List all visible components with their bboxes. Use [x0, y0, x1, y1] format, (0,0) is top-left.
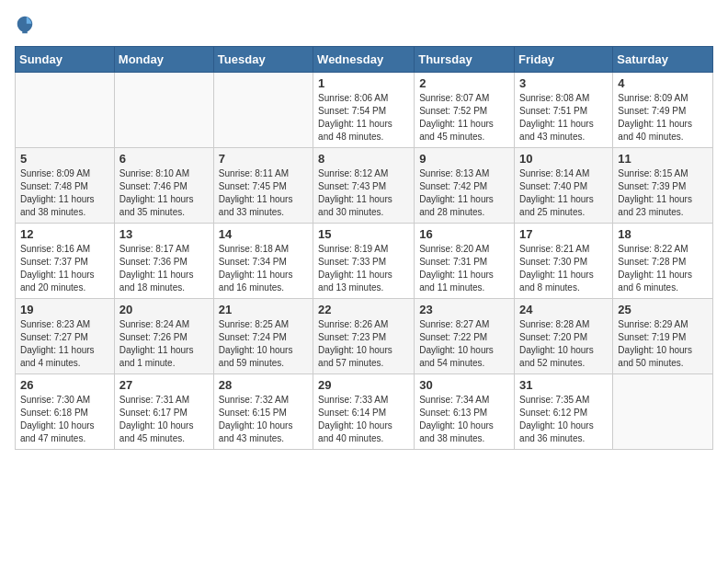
day-number: 26 [20, 378, 109, 392]
calendar-cell: 30Sunrise: 7:34 AM Sunset: 6:13 PM Dayli… [415, 374, 515, 450]
day-info: Sunrise: 7:31 AM Sunset: 6:17 PM Dayligh… [119, 394, 209, 445]
calendar-cell: 31Sunrise: 7:35 AM Sunset: 6:12 PM Dayli… [515, 374, 613, 450]
day-number: 10 [519, 152, 608, 166]
day-info: Sunrise: 8:10 AM Sunset: 7:46 PM Dayligh… [119, 167, 209, 219]
day-info: Sunrise: 8:08 AM Sunset: 7:51 PM Dayligh… [519, 92, 608, 144]
day-number: 21 [219, 303, 308, 316]
day-info: Sunrise: 8:18 AM Sunset: 7:34 PM Dayligh… [219, 243, 308, 294]
day-info: Sunrise: 8:23 AM Sunset: 7:27 PM Dayligh… [20, 318, 109, 370]
day-header-tuesday: Tuesday [213, 47, 313, 73]
day-header-thursday: Thursday [415, 47, 515, 73]
calendar-cell: 18Sunrise: 8:22 AM Sunset: 7:28 PM Dayli… [613, 224, 713, 299]
calendar-cell: 20Sunrise: 8:24 AM Sunset: 7:26 PM Dayli… [114, 299, 213, 374]
day-number: 28 [219, 378, 308, 392]
day-number: 9 [419, 152, 509, 166]
day-info: Sunrise: 8:07 AM Sunset: 7:52 PM Dayligh… [419, 92, 509, 144]
day-number: 14 [219, 227, 308, 241]
day-info: Sunrise: 8:09 AM Sunset: 7:49 PM Dayligh… [618, 92, 708, 144]
calendar-cell: 17Sunrise: 8:21 AM Sunset: 7:30 PM Dayli… [515, 224, 613, 299]
day-info: Sunrise: 8:06 AM Sunset: 7:54 PM Dayligh… [318, 92, 409, 144]
logo-icon [15, 15, 35, 35]
calendar-cell: 3Sunrise: 8:08 AM Sunset: 7:51 PM Daylig… [515, 73, 613, 148]
day-number: 24 [519, 303, 608, 316]
calendar-cell: 1Sunrise: 8:06 AM Sunset: 7:54 PM Daylig… [313, 73, 415, 148]
calendar-cell: 2Sunrise: 8:07 AM Sunset: 7:52 PM Daylig… [415, 73, 515, 148]
day-info: Sunrise: 8:26 AM Sunset: 7:23 PM Dayligh… [318, 318, 409, 370]
day-number: 29 [318, 378, 409, 392]
calendar-cell: 19Sunrise: 8:23 AM Sunset: 7:27 PM Dayli… [16, 299, 115, 374]
day-header-saturday: Saturday [613, 47, 713, 73]
day-number: 6 [119, 152, 209, 166]
calendar-cell [213, 73, 313, 148]
day-info: Sunrise: 8:20 AM Sunset: 7:31 PM Dayligh… [419, 243, 509, 294]
day-number: 3 [519, 76, 608, 90]
calendar-cell: 5Sunrise: 8:09 AM Sunset: 7:48 PM Daylig… [16, 148, 115, 224]
day-number: 4 [618, 76, 708, 90]
day-number: 31 [519, 378, 608, 392]
day-info: Sunrise: 7:32 AM Sunset: 6:15 PM Dayligh… [219, 394, 308, 445]
day-info: Sunrise: 8:22 AM Sunset: 7:28 PM Dayligh… [618, 243, 708, 294]
day-info: Sunrise: 7:34 AM Sunset: 6:13 PM Dayligh… [419, 394, 509, 445]
calendar-cell: 8Sunrise: 8:12 AM Sunset: 7:43 PM Daylig… [313, 148, 415, 224]
day-info: Sunrise: 8:17 AM Sunset: 7:36 PM Dayligh… [119, 243, 209, 294]
day-number: 1 [318, 76, 409, 90]
day-number: 5 [20, 152, 109, 166]
day-info: Sunrise: 8:09 AM Sunset: 7:48 PM Dayligh… [20, 167, 109, 219]
calendar-cell: 12Sunrise: 8:16 AM Sunset: 7:37 PM Dayli… [16, 224, 115, 299]
calendar-cell: 15Sunrise: 8:19 AM Sunset: 7:33 PM Dayli… [313, 224, 415, 299]
calendar-table: SundayMondayTuesdayWednesdayThursdayFrid… [15, 46, 713, 450]
calendar-cell: 14Sunrise: 8:18 AM Sunset: 7:34 PM Dayli… [213, 224, 313, 299]
day-number: 19 [20, 303, 109, 316]
day-info: Sunrise: 8:14 AM Sunset: 7:40 PM Dayligh… [519, 167, 608, 219]
day-info: Sunrise: 7:30 AM Sunset: 6:18 PM Dayligh… [20, 394, 109, 445]
calendar-cell: 25Sunrise: 8:29 AM Sunset: 7:19 PM Dayli… [613, 299, 713, 374]
calendar-cell: 16Sunrise: 8:20 AM Sunset: 7:31 PM Dayli… [415, 224, 515, 299]
calendar-cell: 9Sunrise: 8:13 AM Sunset: 7:42 PM Daylig… [415, 148, 515, 224]
calendar-cell: 22Sunrise: 8:26 AM Sunset: 7:23 PM Dayli… [313, 299, 415, 374]
day-number: 25 [618, 303, 708, 316]
day-info: Sunrise: 8:16 AM Sunset: 7:37 PM Dayligh… [20, 243, 109, 294]
day-number: 16 [419, 227, 509, 241]
day-header-friday: Friday [515, 47, 613, 73]
calendar-cell: 28Sunrise: 7:32 AM Sunset: 6:15 PM Dayli… [213, 374, 313, 450]
calendar-cell: 29Sunrise: 7:33 AM Sunset: 6:14 PM Dayli… [313, 374, 415, 450]
day-info: Sunrise: 8:25 AM Sunset: 7:24 PM Dayligh… [219, 318, 308, 370]
day-number: 11 [618, 152, 708, 166]
logo [15, 15, 39, 35]
day-number: 12 [20, 227, 109, 241]
day-number: 17 [519, 227, 608, 241]
day-info: Sunrise: 7:33 AM Sunset: 6:14 PM Dayligh… [318, 394, 409, 445]
day-info: Sunrise: 7:35 AM Sunset: 6:12 PM Dayligh… [519, 394, 608, 445]
day-header-wednesday: Wednesday [313, 47, 415, 73]
calendar-cell: 13Sunrise: 8:17 AM Sunset: 7:36 PM Dayli… [114, 224, 213, 299]
calendar-cell: 10Sunrise: 8:14 AM Sunset: 7:40 PM Dayli… [515, 148, 613, 224]
day-header-sunday: Sunday [16, 47, 115, 73]
day-number: 15 [318, 227, 409, 241]
day-info: Sunrise: 8:29 AM Sunset: 7:19 PM Dayligh… [618, 318, 708, 370]
day-number: 23 [419, 303, 509, 316]
day-number: 22 [318, 303, 409, 316]
day-info: Sunrise: 8:19 AM Sunset: 7:33 PM Dayligh… [318, 243, 409, 294]
day-info: Sunrise: 8:12 AM Sunset: 7:43 PM Dayligh… [318, 167, 409, 219]
page-header [15, 15, 713, 35]
day-number: 27 [119, 378, 209, 392]
calendar-cell: 11Sunrise: 8:15 AM Sunset: 7:39 PM Dayli… [613, 148, 713, 224]
calendar-cell: 4Sunrise: 8:09 AM Sunset: 7:49 PM Daylig… [613, 73, 713, 148]
day-number: 20 [119, 303, 209, 316]
day-info: Sunrise: 8:11 AM Sunset: 7:45 PM Dayligh… [219, 167, 308, 219]
day-info: Sunrise: 8:28 AM Sunset: 7:20 PM Dayligh… [519, 318, 608, 370]
day-number: 30 [419, 378, 509, 392]
calendar-cell: 27Sunrise: 7:31 AM Sunset: 6:17 PM Dayli… [114, 374, 213, 450]
day-info: Sunrise: 8:27 AM Sunset: 7:22 PM Dayligh… [419, 318, 509, 370]
day-info: Sunrise: 8:21 AM Sunset: 7:30 PM Dayligh… [519, 243, 608, 294]
calendar-cell: 26Sunrise: 7:30 AM Sunset: 6:18 PM Dayli… [16, 374, 115, 450]
day-info: Sunrise: 8:24 AM Sunset: 7:26 PM Dayligh… [119, 318, 209, 370]
calendar-cell: 21Sunrise: 8:25 AM Sunset: 7:24 PM Dayli… [213, 299, 313, 374]
day-info: Sunrise: 8:13 AM Sunset: 7:42 PM Dayligh… [419, 167, 509, 219]
calendar-cell: 6Sunrise: 8:10 AM Sunset: 7:46 PM Daylig… [114, 148, 213, 224]
calendar-cell [613, 374, 713, 450]
day-number: 13 [119, 227, 209, 241]
day-number: 8 [318, 152, 409, 166]
calendar-cell: 7Sunrise: 8:11 AM Sunset: 7:45 PM Daylig… [213, 148, 313, 224]
calendar-cell [114, 73, 213, 148]
